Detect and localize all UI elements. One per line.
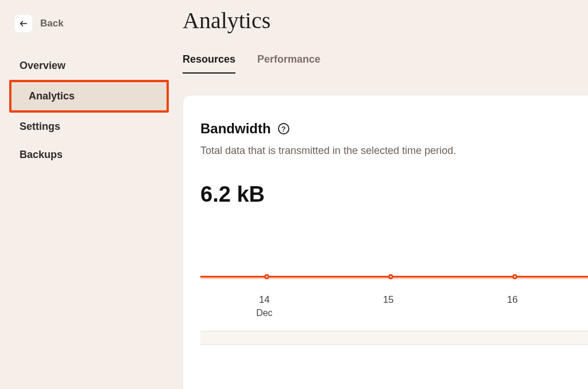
sidebar-item-backups[interactable]: Backups <box>0 141 172 169</box>
tab-resources[interactable]: Resources <box>183 53 235 74</box>
sidebar-item-settings[interactable]: Settings <box>0 113 172 141</box>
panel-description: Total data that is transmitted in the se… <box>200 145 588 157</box>
chart-point <box>388 274 393 279</box>
tabs: Resources Performance <box>183 53 588 74</box>
sidebar-item-overview[interactable]: Overview <box>0 52 172 80</box>
back-button[interactable]: Back <box>0 10 172 32</box>
help-icon[interactable]: ? <box>278 123 289 134</box>
main: Analytics Resources Performance Bandwidt… <box>172 0 588 389</box>
chart-tick: 15 <box>383 294 394 306</box>
chart-tick: 14Dec <box>256 294 272 318</box>
tab-performance[interactable]: Performance <box>257 53 320 74</box>
chart-x-axis: 14Dec1516 <box>200 294 588 334</box>
arrow-left-icon <box>15 15 32 32</box>
chart-line <box>200 276 588 279</box>
sidebar-item-analytics[interactable]: Analytics <box>9 80 169 113</box>
bandwidth-card: Bandwidth ? Total data that is transmitt… <box>183 95 588 389</box>
back-label: Back <box>40 18 64 29</box>
chart-point <box>512 274 517 279</box>
page-title: Analytics <box>183 7 588 34</box>
panel-title: Bandwidth <box>200 121 271 137</box>
metric-value: 6.2 kB <box>200 182 588 207</box>
chart-point <box>264 274 269 279</box>
bandwidth-chart: 14Dec1516 <box>200 276 588 345</box>
sidebar: Back Overview Analytics Settings Backups <box>0 0 172 389</box>
chart-tick: 16 <box>507 294 518 306</box>
